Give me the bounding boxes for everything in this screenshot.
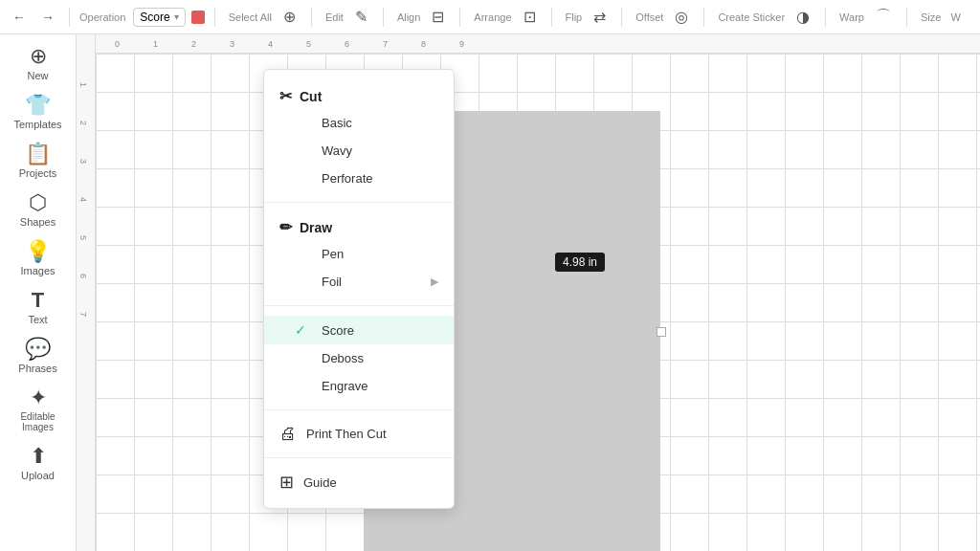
menu-item-guide[interactable]: ⊞ Guide <box>264 464 454 500</box>
operation-label: Operation <box>79 11 125 23</box>
toolbar-separator-3 <box>311 8 312 27</box>
sidebar-label-projects: Projects <box>19 167 57 179</box>
edit-label: Edit <box>325 11 344 23</box>
operation-select[interactable]: Score ▾ <box>133 8 185 27</box>
menu-item-pen[interactable]: Pen <box>264 240 454 268</box>
color-swatch[interactable] <box>191 11 205 24</box>
operation-dropdown: ✂ Cut Basic Wavy Perforate <box>263 69 455 509</box>
sidebar-label-new: New <box>27 70 48 81</box>
flip-label: Flip <box>566 11 583 23</box>
sidebar-item-editable-images[interactable]: ✦ Editable Images <box>0 380 76 438</box>
menu-section-score: ✓ Score Deboss Engrave <box>264 312 454 404</box>
ruler-tick-2: 2 <box>191 39 196 49</box>
print-icon: 🖨 <box>279 424 297 444</box>
ruler-vtick-6: 6 <box>78 274 88 278</box>
sidebar-label-shapes: Shapes <box>20 216 56 228</box>
flip-icon[interactable]: ⇄ <box>591 6 608 28</box>
operation-value: Score <box>140 11 169 24</box>
divider-4 <box>264 457 454 458</box>
menu-item-perforate[interactable]: Perforate <box>264 165 454 192</box>
arrange-label: Arrange <box>474 11 511 23</box>
sidebar-label-templates: Templates <box>13 119 61 130</box>
menu-item-score[interactable]: ✓ Score <box>264 316 454 344</box>
ruler-vtick-3: 3 <box>78 159 88 164</box>
menu-item-print-then-cut[interactable]: 🖨 Print Then Cut <box>264 416 454 452</box>
size-label: Size <box>921 11 941 23</box>
sidebar-item-new[interactable]: ⊕ New <box>0 38 76 87</box>
ruler-tick-7: 7 <box>383 39 388 49</box>
sidebar-item-text[interactable]: T Text <box>0 282 76 331</box>
ruler-horizontal: 0 1 2 3 4 5 6 7 8 9 <box>77 34 980 54</box>
shapes-icon: ⬡ <box>29 192 47 213</box>
menu-item-foil[interactable]: Foil ▶ <box>264 268 454 296</box>
select-all-icon[interactable]: ⊕ <box>281 6 298 28</box>
create-sticker-icon[interactable]: ◑ <box>794 6 812 28</box>
canvas-grid: 4.98 in <box>96 54 980 551</box>
ruler-tick-3: 3 <box>230 39 234 49</box>
menu-item-deboss[interactable]: Deboss <box>264 344 454 372</box>
toolbar-separator-6 <box>551 8 552 27</box>
warp-label: Warp <box>839 11 864 23</box>
dimension-tooltip: 4.98 in <box>555 253 605 272</box>
ruler-vtick-7: 7 <box>78 312 88 317</box>
scissors-icon: ✂ <box>279 87 292 105</box>
resize-handle[interactable] <box>657 327 666 337</box>
ruler-vtick-2: 2 <box>78 121 88 125</box>
new-icon: ⊕ <box>30 46 47 67</box>
text-icon: T <box>32 290 44 311</box>
align-label: Align <box>397 11 420 23</box>
main-area: ⊕ New 👕 Templates 📋 Projects ⬡ Shapes 💡 … <box>0 34 980 551</box>
toolbar-separator-5 <box>459 8 460 27</box>
menu-section-cut: ✂ Cut Basic Wavy Perforate <box>264 77 454 196</box>
ruler-tick-1: 1 <box>153 39 158 49</box>
sidebar-item-shapes[interactable]: ⬡ Shapes <box>0 185 76 233</box>
chevron-down-icon: ▾ <box>174 11 179 22</box>
toolbar-separator-8 <box>703 8 704 27</box>
sidebar-item-templates[interactable]: 👕 Templates <box>0 87 76 136</box>
guide-icon: ⊞ <box>279 472 294 493</box>
ruler-tick-6: 6 <box>345 39 349 49</box>
ruler-vtick-4: 4 <box>78 197 88 202</box>
menu-item-engrave[interactable]: Engrave <box>264 372 454 400</box>
toolbar-separator-1 <box>69 8 70 27</box>
offset-icon[interactable]: ◎ <box>673 6 690 28</box>
ruler-vtick-1: 1 <box>78 82 88 87</box>
pen-icon: ✏ <box>279 218 292 236</box>
undo-button[interactable]: ← <box>8 7 31 28</box>
toolbar-actions: Select All ⊕ Edit ✎ Align ⊟ Arrange ⊡ Fl… <box>229 5 961 29</box>
score-check-icon: ✓ <box>295 322 314 338</box>
divider-2 <box>264 305 454 306</box>
foil-arrow-icon: ▶ <box>431 276 438 288</box>
ruler-tick-8: 8 <box>421 39 426 49</box>
upload-icon: ⬆ <box>30 446 47 467</box>
sidebar-item-images[interactable]: 💡 Images <box>0 233 76 282</box>
toolbar-separator-10 <box>906 8 907 27</box>
ruler-tick-4: 4 <box>268 39 273 49</box>
ruler-tick-5: 5 <box>306 39 311 49</box>
align-icon[interactable]: ⊟ <box>430 6 446 28</box>
sidebar-item-phrases[interactable]: 💬 Phrases <box>0 331 76 380</box>
templates-icon: 👕 <box>25 95 51 116</box>
sidebar-label-text: Text <box>28 314 47 325</box>
draw-header: ✏ Draw <box>264 212 454 240</box>
select-all-label: Select All <box>229 11 272 23</box>
edit-icon[interactable]: ✎ <box>353 6 369 28</box>
phrases-icon: 💬 <box>25 339 51 360</box>
ruler-tick-0: 0 <box>115 39 120 49</box>
toolbar: ← → Operation Score ▾ Select All ⊕ Edit … <box>0 0 980 34</box>
toolbar-separator-7 <box>621 8 622 27</box>
redo-button[interactable]: → <box>36 7 59 28</box>
menu-item-basic[interactable]: Basic <box>264 109 454 137</box>
size-value: W <box>950 11 960 23</box>
canvas-area[interactable]: 0 1 2 3 4 5 6 7 8 9 1 2 3 4 5 6 7 4.98 i… <box>77 34 980 551</box>
sidebar: ⊕ New 👕 Templates 📋 Projects ⬡ Shapes 💡 … <box>0 34 77 551</box>
sidebar-item-projects[interactable]: 📋 Projects <box>0 136 76 185</box>
menu-item-wavy[interactable]: Wavy <box>264 137 454 165</box>
sidebar-label-phrases: Phrases <box>18 363 56 374</box>
create-sticker-label: Create Sticker <box>718 11 785 23</box>
sidebar-item-upload[interactable]: ⬆ Upload <box>0 438 76 487</box>
arrange-icon[interactable]: ⊡ <box>522 6 538 28</box>
warp-icon[interactable]: ⌒ <box>874 5 893 29</box>
toolbar-separator-4 <box>383 8 384 27</box>
offset-label: Offset <box>635 11 663 23</box>
